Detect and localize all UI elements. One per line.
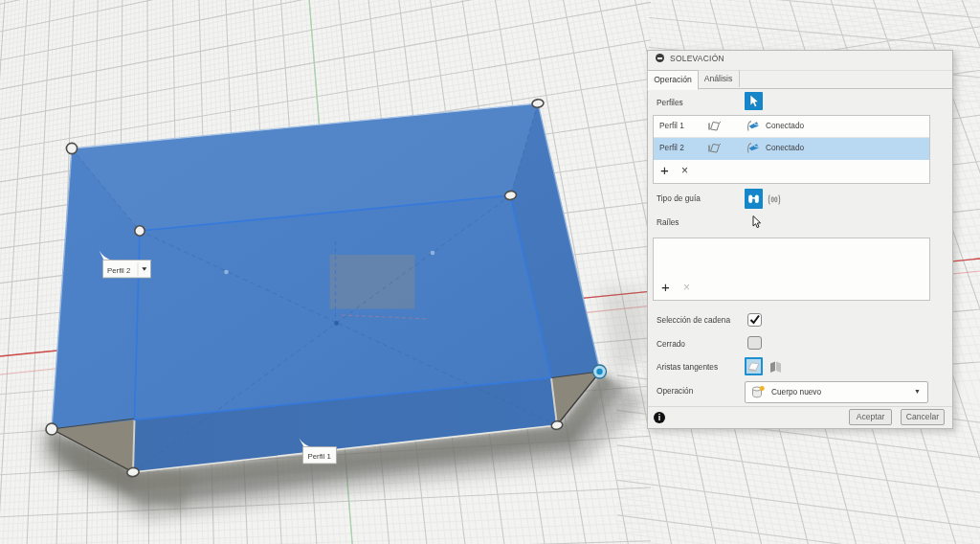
svg-text:Perfil 1: Perfil 1 — [308, 452, 331, 461]
svg-text:Perfil 2: Perfil 2 — [107, 266, 130, 275]
